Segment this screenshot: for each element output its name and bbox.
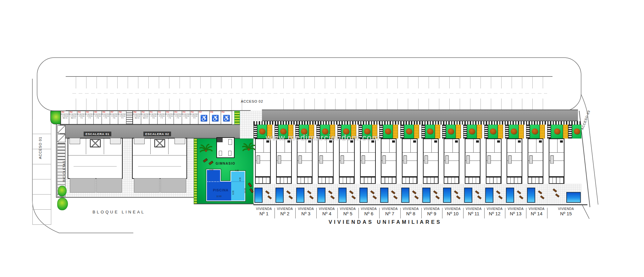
driveway-strip xyxy=(547,125,551,138)
pool-dim: 10.00 xyxy=(244,188,246,193)
pool-hedge xyxy=(194,138,197,204)
house-floor-plan xyxy=(255,138,271,177)
pool-shape xyxy=(204,167,247,203)
house-porch xyxy=(444,177,459,184)
pergola-strip xyxy=(456,125,461,138)
acceso-02-label: ACCESO 02 xyxy=(241,99,263,103)
vivienda-label-10: VIVIENDANº 10 xyxy=(442,207,463,220)
curb-strip xyxy=(253,121,580,125)
wheelchair-icon: ♿ xyxy=(200,115,208,121)
private-pool xyxy=(401,188,409,203)
vivienda-unit-8 xyxy=(400,125,421,205)
parking-space-p16: P16ESCALERA 2VIVIENDA3º B xyxy=(190,111,198,124)
sun-lounger xyxy=(435,195,440,200)
sun-lounger xyxy=(286,190,291,195)
sun-lounger xyxy=(268,195,272,200)
bicicletas-label: BICICLETAS xyxy=(63,161,66,182)
label-divider xyxy=(337,208,338,218)
sun-lounger xyxy=(433,190,437,195)
pergola-strip xyxy=(393,125,398,138)
vivienda-label-14: VIVIENDANº 14 xyxy=(526,207,547,220)
tree-icon xyxy=(490,128,496,134)
driveway-strip xyxy=(253,125,257,138)
house-floor-plan xyxy=(465,138,480,177)
label-divider xyxy=(463,208,464,218)
parking-space-p13: P13ESCALERA 2VIVIENDA2º A xyxy=(165,111,174,124)
private-pool xyxy=(296,188,304,203)
corner-planter xyxy=(50,111,61,124)
parking-space-p06: P06ESCALERA 1VIVIENDA2º B xyxy=(102,111,110,124)
house-porch xyxy=(276,177,292,184)
escalera-01-label: ESCALERA 01 xyxy=(84,132,111,136)
wheelchair-icon: ♿ xyxy=(212,115,219,121)
sun-lounger xyxy=(555,194,559,198)
stair-core-icon xyxy=(154,139,165,147)
vivienda-unit-14 xyxy=(526,125,547,205)
parking-space-p07: P07ESCALERA 1VIVIENDA3º A xyxy=(110,111,118,124)
vivienda-label-5: VIVIENDANº 5 xyxy=(337,207,358,220)
back-garden xyxy=(295,184,316,205)
front-garden xyxy=(530,125,540,138)
pergola-strip xyxy=(498,125,503,138)
label-divider xyxy=(275,208,275,218)
bloque-building-1 xyxy=(68,138,123,179)
house-porch xyxy=(549,177,564,184)
front-garden xyxy=(467,125,477,138)
parking-end-hedge xyxy=(234,111,240,124)
house-floor-plan xyxy=(444,138,459,177)
parking-space-p09: P09ESCALERA 2VIVIENDABAJO A xyxy=(133,111,141,124)
label-divider xyxy=(358,208,359,218)
back-garden xyxy=(484,184,505,205)
house-floor-plan xyxy=(297,138,313,177)
label-divider xyxy=(421,208,422,218)
house-floor-plan xyxy=(318,138,334,177)
pool-dim: 4.00 xyxy=(239,177,241,181)
plot-boundary xyxy=(194,204,254,204)
pergola-strip xyxy=(435,125,440,138)
private-pool xyxy=(485,188,493,203)
pergola-strip xyxy=(540,125,545,138)
label-divider xyxy=(484,208,485,218)
bloque-lineal-heading: BLOQUE LINEAL xyxy=(87,210,150,214)
sun-lounger xyxy=(349,190,353,195)
sun-lounger xyxy=(307,190,312,195)
driveway-strip xyxy=(379,125,383,138)
private-pool xyxy=(275,188,284,203)
private-pool xyxy=(254,188,263,203)
sun-lounger xyxy=(552,189,557,193)
pergola-strip xyxy=(414,125,419,138)
street-parking-band-top xyxy=(66,76,552,88)
vivienda-unit-11 xyxy=(463,125,484,205)
sun-lounger xyxy=(393,195,398,200)
sun-lounger xyxy=(517,190,521,195)
tree-icon xyxy=(406,128,412,134)
vivienda-unit-15 xyxy=(547,125,581,205)
vivienda-label-2: VIVIENDANº 2 xyxy=(275,207,296,220)
sun-lounger xyxy=(351,195,356,200)
pergola-strip xyxy=(519,125,524,138)
private-pool xyxy=(359,188,368,203)
house-porch xyxy=(255,177,271,184)
viviendas-unifamiliares-heading: VIVIENDAS UNIFAMILIARES xyxy=(318,219,453,225)
vivienda-unit-13 xyxy=(505,125,526,205)
vivienda-label-8: VIVIENDANº 8 xyxy=(400,207,421,220)
gym-building xyxy=(216,137,235,158)
stair-core-icon xyxy=(90,139,101,147)
palm-tree-icon xyxy=(242,142,255,155)
private-pool xyxy=(566,192,581,203)
back-garden xyxy=(442,184,463,205)
private-pool xyxy=(464,188,472,203)
sun-lounger xyxy=(519,195,524,200)
vivienda-label-6: VIVIENDANº 6 xyxy=(358,207,380,220)
front-garden xyxy=(446,125,456,138)
front-garden xyxy=(383,125,393,138)
label-divider xyxy=(400,208,401,218)
vivienda-label-12: VIVIENDANº 12 xyxy=(484,207,505,220)
back-garden xyxy=(253,184,275,205)
private-pool xyxy=(317,188,325,203)
driveway-strip xyxy=(505,125,509,138)
sun-lounger xyxy=(330,195,335,200)
vivienda-unit-7 xyxy=(379,125,400,205)
tree-icon xyxy=(554,128,560,134)
wheelchair-icon: ♿ xyxy=(223,115,230,121)
